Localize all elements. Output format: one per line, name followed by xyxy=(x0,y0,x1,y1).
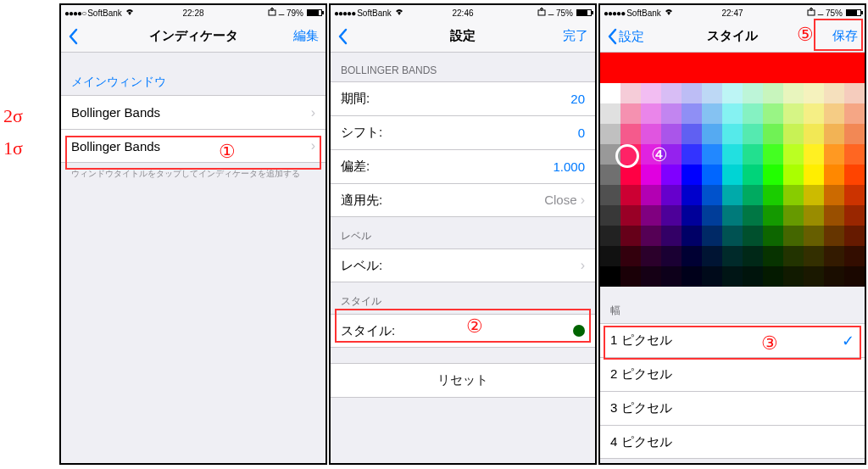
color-swatch[interactable] xyxy=(722,246,743,266)
style-row[interactable]: スタイル: xyxy=(331,314,595,348)
color-swatch[interactable] xyxy=(661,165,682,185)
color-swatch[interactable] xyxy=(661,266,682,287)
color-swatch[interactable] xyxy=(824,144,844,165)
color-swatch[interactable] xyxy=(783,226,804,246)
color-swatch[interactable] xyxy=(824,226,844,246)
color-swatch[interactable] xyxy=(804,226,824,246)
color-swatch[interactable] xyxy=(824,83,844,103)
color-swatch[interactable] xyxy=(620,165,641,185)
level-row[interactable]: レベル: › xyxy=(331,248,595,282)
color-swatch[interactable] xyxy=(743,205,763,226)
done-button[interactable]: 完了 xyxy=(563,28,588,44)
color-swatch[interactable] xyxy=(783,144,804,165)
color-swatch[interactable] xyxy=(804,246,824,266)
color-swatch[interactable] xyxy=(702,124,722,144)
color-swatch[interactable] xyxy=(824,103,844,124)
color-swatch[interactable] xyxy=(743,185,763,205)
color-swatch[interactable] xyxy=(804,144,824,165)
color-swatch[interactable] xyxy=(743,226,763,246)
color-swatch[interactable] xyxy=(844,185,865,205)
color-swatch[interactable] xyxy=(844,246,865,266)
color-swatch[interactable] xyxy=(844,124,865,144)
color-swatch[interactable] xyxy=(702,103,722,124)
color-swatch[interactable] xyxy=(682,103,702,124)
width-row-1[interactable]: 1 ピクセル ✓ xyxy=(600,323,865,357)
color-swatch[interactable] xyxy=(620,205,641,226)
color-swatch[interactable] xyxy=(620,124,641,144)
reset-button[interactable]: リセット xyxy=(331,363,595,398)
color-swatch[interactable] xyxy=(620,185,641,205)
color-swatch[interactable] xyxy=(661,226,682,246)
color-swatch[interactable] xyxy=(661,246,682,266)
color-swatch[interactable] xyxy=(763,185,783,205)
color-swatch[interactable] xyxy=(722,144,743,165)
color-swatch[interactable] xyxy=(763,144,783,165)
color-swatch[interactable] xyxy=(600,266,620,287)
color-swatch[interactable] xyxy=(600,226,620,246)
color-swatch[interactable] xyxy=(844,205,865,226)
color-swatch[interactable] xyxy=(804,185,824,205)
color-swatch[interactable] xyxy=(804,266,824,287)
color-swatch[interactable] xyxy=(682,83,702,103)
color-swatch[interactable] xyxy=(824,246,844,266)
color-swatch[interactable] xyxy=(641,266,661,287)
color-swatch[interactable] xyxy=(763,266,783,287)
color-swatch[interactable] xyxy=(743,124,763,144)
color-swatch[interactable] xyxy=(682,185,702,205)
color-swatch[interactable] xyxy=(641,246,661,266)
color-swatch[interactable] xyxy=(763,124,783,144)
color-swatch[interactable] xyxy=(722,165,743,185)
color-swatch[interactable] xyxy=(783,185,804,205)
color-swatch[interactable] xyxy=(824,266,844,287)
color-swatch[interactable] xyxy=(620,266,641,287)
color-swatch[interactable] xyxy=(743,144,763,165)
color-swatch[interactable] xyxy=(620,226,641,246)
color-swatch[interactable] xyxy=(763,205,783,226)
color-swatch[interactable] xyxy=(600,246,620,266)
color-swatch[interactable] xyxy=(620,103,641,124)
color-swatch[interactable] xyxy=(661,83,682,103)
indicator-row-bb-1[interactable]: Bollinger Bands › xyxy=(61,95,326,129)
color-swatch[interactable] xyxy=(620,83,641,103)
color-swatch[interactable] xyxy=(682,165,702,185)
color-swatch[interactable] xyxy=(600,165,620,185)
color-swatch[interactable] xyxy=(844,144,865,165)
color-swatch[interactable] xyxy=(783,165,804,185)
color-swatch[interactable] xyxy=(722,226,743,246)
color-swatch[interactable] xyxy=(844,83,865,103)
color-swatch[interactable] xyxy=(600,185,620,205)
color-swatch[interactable] xyxy=(641,205,661,226)
save-button[interactable]: 保存 xyxy=(832,28,858,44)
color-palette[interactable] xyxy=(600,83,865,287)
color-swatch[interactable] xyxy=(824,165,844,185)
color-swatch[interactable] xyxy=(804,83,824,103)
width-row-4[interactable]: 4 ピクセル xyxy=(600,425,865,459)
color-swatch[interactable] xyxy=(661,103,682,124)
back-button[interactable] xyxy=(68,28,78,45)
color-swatch[interactable] xyxy=(661,124,682,144)
indicator-row-bb-2[interactable]: Bollinger Bands › xyxy=(61,129,326,163)
color-swatch[interactable] xyxy=(763,246,783,266)
color-swatch[interactable] xyxy=(783,103,804,124)
back-button[interactable]: 設定 xyxy=(607,28,644,45)
color-swatch[interactable] xyxy=(763,83,783,103)
color-swatch[interactable] xyxy=(661,185,682,205)
back-button[interactable] xyxy=(337,28,348,45)
color-swatch[interactable] xyxy=(824,124,844,144)
color-swatch[interactable] xyxy=(844,165,865,185)
color-swatch[interactable] xyxy=(783,83,804,103)
color-swatch[interactable] xyxy=(600,124,620,144)
deviation-row[interactable]: 偏差: 1.000 xyxy=(331,149,595,183)
color-swatch[interactable] xyxy=(682,124,702,144)
color-swatch[interactable] xyxy=(702,144,722,165)
color-swatch[interactable] xyxy=(722,266,743,287)
color-swatch[interactable] xyxy=(722,103,743,124)
color-swatch[interactable] xyxy=(763,226,783,246)
color-swatch[interactable] xyxy=(722,83,743,103)
color-swatch[interactable] xyxy=(641,165,661,185)
color-swatch[interactable] xyxy=(824,205,844,226)
color-swatch[interactable] xyxy=(682,246,702,266)
color-swatch[interactable] xyxy=(763,103,783,124)
color-swatch[interactable] xyxy=(763,165,783,185)
color-swatch[interactable] xyxy=(600,83,620,103)
